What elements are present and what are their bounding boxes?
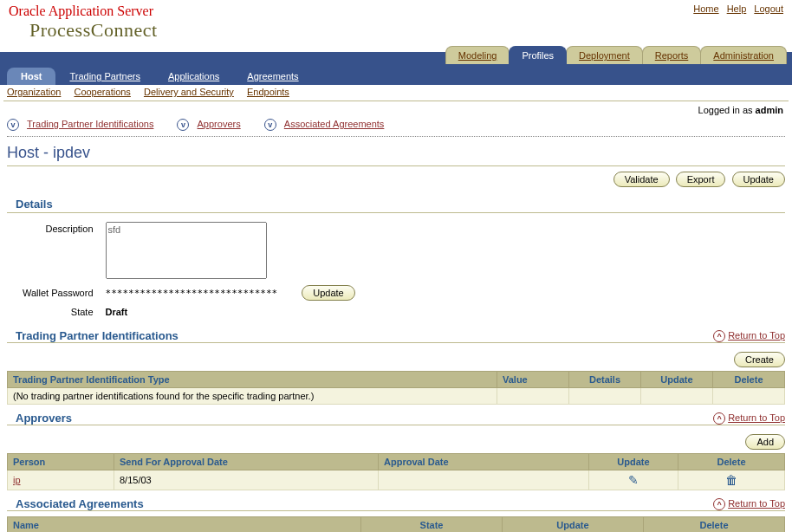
approvers-header: Approvers ^ Return to Top bbox=[0, 405, 792, 425]
return-to-top-link[interactable]: Return to Top bbox=[728, 498, 785, 509]
anchor-tpi[interactable]: Trading Partner Identifications bbox=[27, 119, 153, 129]
assoc-title: Associated Agreements bbox=[16, 497, 144, 510]
approvers-col-person: Person bbox=[8, 454, 114, 470]
details-form: Description Wallet Password ************… bbox=[17, 218, 358, 322]
tpi-col-delete: Delete bbox=[713, 372, 785, 388]
help-link[interactable]: Help bbox=[727, 3, 747, 14]
page-actions: Validate Export Update bbox=[0, 168, 792, 191]
approver-sent-date: 8/15/03 bbox=[114, 470, 379, 490]
wallet-password-label: Wallet Password bbox=[19, 284, 102, 302]
login-status: Logged in as admin bbox=[0, 101, 792, 115]
tpi-col-details: Details bbox=[569, 372, 641, 388]
top-links: Home Help Logout bbox=[688, 3, 783, 14]
tpi-title: Trading Partner Identifications bbox=[16, 329, 179, 342]
details-update-button[interactable]: Update bbox=[302, 285, 354, 301]
subsub-cooperations[interactable]: Cooperations bbox=[74, 87, 130, 97]
sub-tabs-bar: Host Trading Partners Applications Agree… bbox=[0, 64, 792, 85]
description-label: Description bbox=[19, 220, 102, 282]
up-arrow-icon: ^ bbox=[713, 412, 725, 425]
login-prefix: Logged in as bbox=[698, 105, 756, 115]
assoc-col-state: State bbox=[361, 517, 503, 532]
assoc-col-update: Update bbox=[503, 517, 644, 532]
tpi-header: Trading Partner Identifications ^ Return… bbox=[0, 322, 792, 342]
logo-block: Oracle Application Server ProcessConnect bbox=[9, 3, 158, 42]
create-button[interactable]: Create bbox=[734, 352, 785, 367]
return-to-top-link[interactable]: Return to Top bbox=[728, 412, 785, 423]
tab-modeling[interactable]: Modeling bbox=[445, 46, 510, 64]
tpi-col-type: Trading Partner Identification Type bbox=[8, 372, 497, 388]
details-section-title: Details bbox=[0, 191, 792, 212]
page-title: Host - ipdev bbox=[7, 144, 785, 162]
tpi-empty: (No trading partner identifications foun… bbox=[8, 388, 497, 405]
approvers-col-approval: Approval Date bbox=[379, 454, 589, 470]
pencil-icon[interactable]: ✎ bbox=[628, 473, 639, 487]
tpi-col-update: Update bbox=[641, 372, 713, 388]
approvers-title: Approvers bbox=[16, 412, 72, 425]
logout-link[interactable]: Logout bbox=[754, 3, 783, 14]
down-arrow-icon: v bbox=[177, 119, 189, 131]
up-arrow-icon: ^ bbox=[713, 330, 725, 342]
tab-reports[interactable]: Reports bbox=[642, 46, 702, 64]
subsub-links: Organization Cooperations Delivery and S… bbox=[0, 85, 792, 101]
tab-deployment[interactable]: Deployment bbox=[566, 46, 643, 64]
subsub-endpoints[interactable]: Endpoints bbox=[247, 87, 289, 97]
approvers-col-delete: Delete bbox=[678, 454, 785, 470]
table-row: (No trading partner identifications foun… bbox=[8, 388, 785, 405]
update-button[interactable]: Update bbox=[732, 172, 785, 187]
trash-icon[interactable]: 🗑 bbox=[725, 473, 737, 487]
brand-line2: ProcessConnect bbox=[9, 19, 158, 42]
approver-person-link[interactable]: ip bbox=[13, 475, 21, 485]
top-bar: Oracle Application Server ProcessConnect… bbox=[0, 0, 792, 42]
down-arrow-icon: v bbox=[264, 119, 276, 131]
export-button[interactable]: Export bbox=[676, 172, 726, 187]
assoc-col-name: Name bbox=[8, 517, 361, 532]
main-tabs-row: Modeling Profiles Deployment Reports Adm… bbox=[0, 42, 792, 64]
assoc-table: Name State Update Delete (No agreements … bbox=[7, 516, 785, 532]
login-user: admin bbox=[756, 105, 783, 115]
anchor-assoc[interactable]: Associated Agreements bbox=[284, 119, 385, 129]
wallet-password-value: ****************************** bbox=[106, 288, 278, 299]
subsub-organization[interactable]: Organization bbox=[7, 87, 61, 97]
tpi-table: Trading Partner Identification Type Valu… bbox=[7, 371, 785, 405]
state-label: State bbox=[19, 303, 102, 321]
tpi-col-value: Value bbox=[497, 372, 569, 388]
add-button[interactable]: Add bbox=[745, 434, 785, 450]
anchor-links: v Trading Partner Identifications v Appr… bbox=[0, 115, 792, 134]
assoc-header: Associated Agreements ^ Return to Top bbox=[0, 490, 792, 510]
up-arrow-icon: ^ bbox=[713, 498, 725, 510]
subtab-applications[interactable]: Applications bbox=[154, 68, 233, 85]
down-arrow-icon: v bbox=[7, 119, 19, 131]
approvers-col-update: Update bbox=[589, 454, 678, 470]
return-to-top-link[interactable]: Return to Top bbox=[728, 330, 785, 341]
brand-line1: Oracle Application Server bbox=[9, 3, 158, 19]
description-textarea[interactable] bbox=[106, 222, 267, 279]
approver-approval-date bbox=[379, 470, 589, 490]
approvers-table: Person Send For Approval Date Approval D… bbox=[7, 453, 785, 490]
table-row: ip 8/15/03 ✎ 🗑 bbox=[8, 470, 785, 490]
home-link[interactable]: Home bbox=[693, 3, 718, 14]
main-tabs: Modeling Profiles Deployment Reports Adm… bbox=[446, 46, 787, 64]
anchor-approvers[interactable]: Approvers bbox=[198, 119, 241, 129]
validate-button[interactable]: Validate bbox=[613, 172, 670, 187]
subsub-delivery[interactable]: Delivery and Security bbox=[144, 87, 234, 97]
approvers-col-sent: Send For Approval Date bbox=[114, 454, 379, 470]
subtab-agreements[interactable]: Agreements bbox=[233, 68, 312, 85]
subtab-trading-partners[interactable]: Trading Partners bbox=[55, 68, 154, 85]
state-value: Draft bbox=[104, 303, 280, 321]
tab-administration[interactable]: Administration bbox=[700, 46, 787, 64]
subtab-host[interactable]: Host bbox=[7, 68, 55, 85]
assoc-col-delete: Delete bbox=[644, 517, 785, 532]
tab-profiles[interactable]: Profiles bbox=[509, 46, 567, 64]
